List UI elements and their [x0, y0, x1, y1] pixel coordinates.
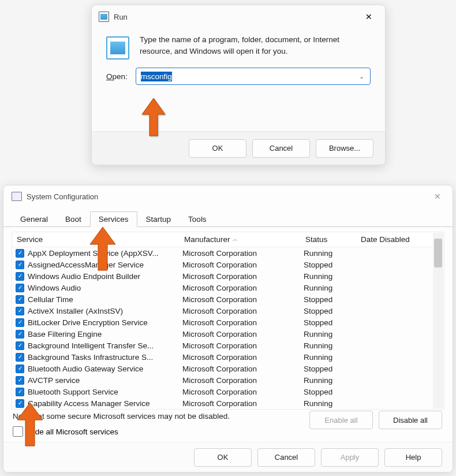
tab-general[interactable]: General: [12, 211, 57, 227]
service-name: Bluetooth Audio Gateway Service: [28, 365, 182, 373]
service-checkbox[interactable]: ✓: [16, 341, 24, 350]
tabs: General Boot Services Startup Tools: [3, 210, 453, 227]
table-row[interactable]: ✓BitLocker Drive Encryption ServiceMicro…: [12, 317, 444, 328]
chevron-down-icon[interactable]: ⌄: [359, 73, 364, 80]
service-name: Background Tasks Infrastructure S...: [28, 353, 182, 362]
sysconfig-title-bar: System Configuration ✕: [3, 185, 453, 207]
open-input[interactable]: msconfig ⌄: [136, 68, 371, 85]
service-name: Cellular Time: [28, 295, 182, 304]
table-body: ✓AppX Deployment Service (AppXSV...Micro…: [12, 247, 444, 409]
service-checkbox[interactable]: ✓: [16, 295, 24, 304]
scrollbar-thumb[interactable]: [434, 239, 442, 267]
table-row[interactable]: ✓Bluetooth Audio Gateway ServiceMicrosof…: [12, 363, 444, 374]
col-manufacturer-label: Manufacturer: [184, 235, 230, 244]
table-row[interactable]: ✓Windows Audio Endpoint BuilderMicrosoft…: [12, 270, 444, 282]
system-configuration-dialog: System Configuration ✕ General Boot Serv…: [3, 185, 453, 473]
service-name: Capability Access Manager Service: [28, 399, 182, 408]
open-value[interactable]: msconfig: [141, 72, 172, 81]
tab-boot[interactable]: Boot: [57, 211, 90, 227]
service-checkbox[interactable]: ✓: [16, 284, 24, 292]
table-row[interactable]: ✓Background Intelligent Transfer Se...Mi…: [12, 340, 444, 351]
service-manufacturer: Microsoft Corporation: [182, 399, 304, 408]
service-status: Running: [304, 272, 359, 281]
sort-asc-icon: ︿: [233, 236, 238, 242]
table-row[interactable]: ✓Background Tasks Infrastructure S...Mic…: [12, 351, 444, 363]
col-date-disabled[interactable]: Date Disabled: [356, 235, 420, 244]
services-table: Service Manufacturer︿ Status Date Disabl…: [12, 232, 444, 410]
service-checkbox[interactable]: ✓: [16, 307, 24, 315]
help-button[interactable]: Help: [384, 448, 442, 467]
service-name: ActiveX Installer (AxInstSV): [28, 307, 182, 315]
service-name: AVCTP service: [28, 376, 182, 385]
service-status: Stopped: [304, 365, 359, 373]
service-checkbox[interactable]: ✓: [16, 318, 24, 327]
run-title-bar: Run ✕: [92, 5, 385, 28]
tab-services[interactable]: Services: [90, 211, 137, 227]
run-icon-large: [106, 36, 129, 60]
service-checkbox[interactable]: ✓: [16, 353, 24, 362]
service-manufacturer: Microsoft Corporation: [182, 307, 304, 315]
disable-all-button[interactable]: Disable all: [379, 411, 442, 429]
table-row[interactable]: ✓Cellular TimeMicrosoft CorporationStopp…: [12, 293, 444, 305]
cancel-button[interactable]: Cancel: [257, 448, 315, 467]
apply-button[interactable]: Apply: [321, 448, 379, 467]
service-checkbox[interactable]: ✓: [16, 330, 24, 339]
service-name: BitLocker Drive Encryption Service: [28, 318, 182, 327]
service-checkbox[interactable]: ✓: [16, 399, 24, 408]
col-status[interactable]: Status: [301, 235, 356, 244]
service-manufacturer: Microsoft Corporation: [182, 318, 304, 327]
table-row[interactable]: ✓AssignedAccessManager ServiceMicrosoft …: [12, 259, 444, 270]
service-name: Windows Audio: [28, 284, 182, 292]
service-checkbox[interactable]: ✓: [16, 272, 24, 281]
service-name: Windows Audio Endpoint Builder: [28, 272, 182, 281]
service-manufacturer: Microsoft Corporation: [182, 376, 304, 385]
service-manufacturer: Microsoft Corporation: [182, 249, 304, 258]
run-icon: [99, 12, 109, 22]
service-checkbox[interactable]: ✓: [16, 388, 24, 396]
service-status: Running: [304, 399, 359, 408]
table-row[interactable]: ✓AVCTP serviceMicrosoft CorporationRunni…: [12, 374, 444, 386]
table-row[interactable]: ✓Bluetooth Support ServiceMicrosoft Corp…: [12, 386, 444, 397]
table-row[interactable]: ✓ActiveX Installer (AxInstSV)Microsoft C…: [12, 305, 444, 317]
service-status: Stopped: [304, 388, 359, 396]
close-icon[interactable]: ✕: [360, 10, 378, 24]
tab-startup[interactable]: Startup: [137, 211, 180, 227]
service-manufacturer: Microsoft Corporation: [182, 295, 304, 304]
service-status: Stopped: [304, 261, 359, 269]
col-manufacturer[interactable]: Manufacturer︿: [180, 235, 301, 244]
service-name: AppX Deployment Service (AppXSV...: [28, 249, 182, 258]
run-title: Run: [114, 13, 128, 21]
service-manufacturer: Microsoft Corporation: [182, 284, 304, 292]
table-row[interactable]: ✓Base Filtering EngineMicrosoft Corporat…: [12, 328, 444, 340]
service-status: Stopped: [304, 295, 359, 304]
service-name: Background Intelligent Transfer Se...: [28, 341, 182, 350]
tab-tools[interactable]: Tools: [180, 211, 215, 227]
sysconfig-title: System Configuration: [27, 192, 98, 201]
table-row[interactable]: ✓Capability Access Manager ServiceMicros…: [12, 397, 444, 409]
open-label: Open:: [106, 72, 128, 81]
ok-button[interactable]: OK: [194, 448, 252, 467]
service-status: Running: [304, 249, 359, 258]
service-manufacturer: Microsoft Corporation: [182, 330, 304, 339]
service-manufacturer: Microsoft Corporation: [182, 388, 304, 396]
service-status: Running: [304, 341, 359, 350]
ok-button[interactable]: OK: [189, 139, 246, 158]
table-row[interactable]: ✓AppX Deployment Service (AppXSV...Micro…: [12, 247, 444, 259]
run-description: Type the name of a program, folder, docu…: [140, 34, 371, 60]
hide-ms-services-checkbox[interactable]: [13, 426, 23, 437]
col-service[interactable]: Service: [12, 235, 180, 244]
service-manufacturer: Microsoft Corporation: [182, 353, 304, 362]
vertical-scrollbar[interactable]: [433, 233, 443, 408]
close-icon[interactable]: ✕: [431, 191, 444, 202]
service-checkbox[interactable]: ✓: [16, 261, 24, 269]
service-checkbox[interactable]: ✓: [16, 365, 24, 373]
browse-button[interactable]: Browse...: [316, 139, 373, 158]
service-status: Running: [304, 376, 359, 385]
enable-all-button[interactable]: Enable all: [309, 411, 373, 429]
service-checkbox[interactable]: ✓: [16, 249, 24, 258]
cancel-button[interactable]: Cancel: [252, 139, 310, 158]
table-row[interactable]: ✓Windows AudioMicrosoft CorporationRunni…: [12, 282, 444, 293]
service-checkbox[interactable]: ✓: [16, 376, 24, 385]
service-manufacturer: Microsoft Corporation: [182, 261, 304, 269]
service-status: Running: [304, 330, 359, 339]
